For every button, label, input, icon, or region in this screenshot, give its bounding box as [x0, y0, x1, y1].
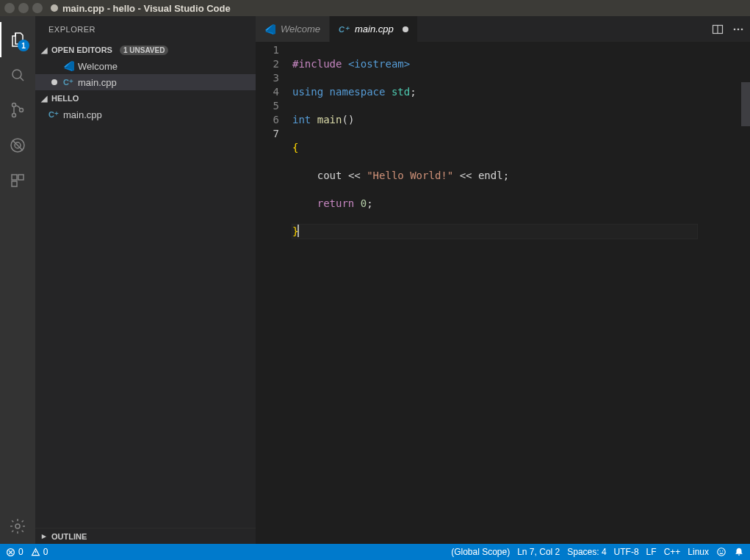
svg-point-19 — [718, 548, 726, 556]
svg-point-20 — [719, 550, 721, 552]
code-editor[interactable]: 1 2 3 4 5 6 7 #include <iostream> using … — [256, 42, 750, 544]
extensions-icon — [9, 172, 26, 189]
activity-bar: 1 — [0, 16, 35, 544]
outline-header[interactable]: ▸ OUTLINE — [35, 528, 256, 544]
status-cursor[interactable]: Ln 7, Col 2 — [517, 547, 560, 557]
scrollbar-thumb[interactable] — [741, 82, 750, 126]
status-bar: 0 0 (Global Scope) Ln 7, Col 2 Spaces: 4… — [0, 544, 750, 560]
status-os[interactable]: Linux — [688, 547, 709, 557]
svg-text:C⁺: C⁺ — [339, 25, 350, 34]
folder-header[interactable]: ◢ HELLO — [35, 90, 256, 106]
gear-icon — [9, 517, 26, 535]
activity-settings[interactable] — [0, 509, 35, 544]
editor-area: Welcome C⁺ main.cpp 1 — [256, 16, 750, 544]
open-editors-item[interactable]: C⁺ main.cpp — [35, 74, 256, 90]
file-name: main.cpp — [63, 109, 102, 120]
unsaved-badge: 1 UNSAVED — [120, 46, 169, 55]
activity-explorer[interactable]: 1 — [0, 22, 35, 57]
status-notifications[interactable] — [734, 547, 744, 557]
window-title: main.cpp - hello - Visual Studio Code — [62, 3, 231, 14]
chevron-down-icon: ◢ — [40, 94, 48, 103]
status-feedback[interactable] — [716, 547, 726, 557]
svg-point-2 — [12, 114, 16, 117]
svg-point-16 — [738, 28, 740, 30]
svg-point-17 — [741, 28, 743, 30]
window-close-icon[interactable] — [4, 3, 15, 13]
tabs-row: Welcome C⁺ main.cpp — [256, 16, 750, 42]
folder-label: HELLO — [51, 94, 79, 103]
window-maximize-icon[interactable] — [32, 3, 43, 13]
bell-icon — [734, 547, 744, 557]
debug-icon — [9, 137, 26, 154]
svg-rect-6 — [12, 175, 17, 180]
cpp-icon: C⁺ — [48, 109, 60, 120]
open-editors-label: OPEN EDITORS — [51, 46, 112, 54]
svg-text:C⁺: C⁺ — [63, 78, 73, 87]
folder-file-item[interactable]: C⁺ main.cpp — [35, 106, 256, 123]
tab-label: Welcome — [281, 23, 320, 34]
open-editors-item[interactable]: Welcome — [35, 58, 256, 74]
text-cursor — [298, 225, 299, 237]
outline-label: OUTLINE — [51, 532, 87, 541]
sidebar-title: EXPLORER — [35, 16, 256, 42]
dirty-dot-icon[interactable] — [48, 79, 60, 85]
vertical-scrollbar[interactable] — [741, 42, 750, 544]
code-content[interactable]: #include <iostream> using namespace std;… — [292, 42, 697, 544]
svg-point-9 — [15, 524, 20, 528]
open-editors-header[interactable]: ◢ OPEN EDITORS 1 UNSAVED — [35, 42, 256, 58]
dirty-dot-icon — [403, 26, 408, 32]
cpp-icon: C⁺ — [339, 23, 350, 35]
vscode-icon — [264, 23, 276, 35]
chevron-down-icon: ◢ — [40, 46, 48, 55]
svg-point-0 — [12, 70, 21, 79]
os-titlebar: main.cpp - hello - Visual Studio Code — [0, 0, 750, 16]
vscode-icon — [63, 60, 75, 72]
status-encoding[interactable]: UTF-8 — [614, 547, 639, 557]
warning-icon — [31, 548, 40, 557]
svg-rect-8 — [12, 181, 17, 186]
split-editor-icon[interactable] — [712, 23, 724, 35]
search-icon — [9, 66, 26, 84]
tab-main-cpp[interactable]: C⁺ main.cpp — [330, 16, 418, 42]
file-name: Welcome — [78, 61, 118, 72]
cpp-icon: C⁺ — [63, 76, 75, 88]
svg-point-21 — [722, 550, 724, 552]
activity-debug[interactable] — [0, 128, 35, 163]
source-control-icon — [9, 101, 26, 119]
svg-point-15 — [734, 28, 736, 30]
status-scope[interactable]: (Global Scope) — [451, 547, 510, 557]
file-name: main.cpp — [78, 77, 117, 88]
activity-extensions[interactable] — [0, 163, 35, 198]
more-icon[interactable] — [732, 23, 744, 35]
chevron-right-icon: ▸ — [40, 531, 48, 541]
smiley-icon — [716, 547, 726, 557]
status-eol[interactable]: LF — [646, 547, 657, 557]
minimap[interactable] — [697, 42, 741, 544]
status-spaces[interactable]: Spaces: 4 — [567, 547, 606, 557]
window-minimize-icon[interactable] — [18, 3, 29, 13]
svg-point-1 — [12, 103, 16, 107]
sidebar: EXPLORER ◢ OPEN EDITORS 1 UNSAVED Welcom… — [35, 16, 256, 544]
svg-rect-7 — [18, 175, 24, 180]
error-icon — [6, 548, 15, 557]
explorer-badge: 1 — [18, 40, 29, 51]
unsaved-dot-icon — [51, 4, 58, 12]
activity-search[interactable] — [0, 57, 35, 92]
status-errors[interactable]: 0 — [6, 547, 24, 557]
status-warnings[interactable]: 0 — [31, 547, 48, 557]
status-lang[interactable]: C++ — [664, 547, 681, 557]
tab-label: main.cpp — [355, 23, 394, 34]
line-gutter: 1 2 3 4 5 6 7 — [256, 42, 292, 544]
tab-welcome[interactable]: Welcome — [256, 16, 330, 42]
svg-point-3 — [20, 109, 24, 112]
activity-scm[interactable] — [0, 92, 35, 128]
svg-text:C⁺: C⁺ — [48, 110, 59, 119]
